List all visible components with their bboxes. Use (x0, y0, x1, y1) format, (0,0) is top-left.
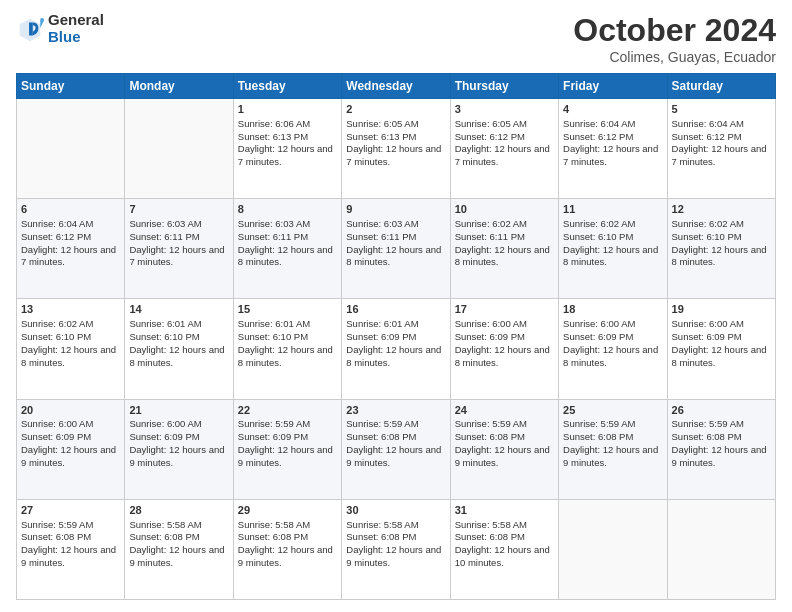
calendar-day-cell: 8Sunrise: 6:03 AMSunset: 6:11 PMDaylight… (233, 199, 341, 299)
day-number: 7 (129, 202, 228, 217)
calendar-day-cell: 25Sunrise: 5:59 AMSunset: 6:08 PMDayligh… (559, 399, 667, 499)
calendar-day-cell: 5Sunrise: 6:04 AMSunset: 6:12 PMDaylight… (667, 99, 775, 199)
calendar-day-cell: 24Sunrise: 5:59 AMSunset: 6:08 PMDayligh… (450, 399, 558, 499)
daylight-text: Daylight: 12 hours and 8 minutes. (563, 244, 662, 270)
sunrise-text: Sunrise: 6:01 AM (346, 318, 445, 331)
calendar-week-row: 20Sunrise: 6:00 AMSunset: 6:09 PMDayligh… (17, 399, 776, 499)
calendar-day-cell: 10Sunrise: 6:02 AMSunset: 6:11 PMDayligh… (450, 199, 558, 299)
calendar-day-header: Saturday (667, 74, 775, 99)
sunrise-text: Sunrise: 6:00 AM (672, 318, 771, 331)
sunrise-text: Sunrise: 6:04 AM (21, 218, 120, 231)
sunset-text: Sunset: 6:09 PM (346, 331, 445, 344)
subtitle: Colimes, Guayas, Ecuador (573, 49, 776, 65)
day-number: 14 (129, 302, 228, 317)
calendar-table: SundayMondayTuesdayWednesdayThursdayFrid… (16, 73, 776, 600)
sunset-text: Sunset: 6:11 PM (129, 231, 228, 244)
day-number: 29 (238, 503, 337, 518)
sunrise-text: Sunrise: 6:01 AM (238, 318, 337, 331)
daylight-text: Daylight: 12 hours and 9 minutes. (238, 544, 337, 570)
sunset-text: Sunset: 6:09 PM (21, 431, 120, 444)
logo-blue: Blue (48, 29, 104, 46)
day-number: 13 (21, 302, 120, 317)
day-number: 23 (346, 403, 445, 418)
day-number: 10 (455, 202, 554, 217)
daylight-text: Daylight: 12 hours and 9 minutes. (455, 444, 554, 470)
calendar-day-cell: 4Sunrise: 6:04 AMSunset: 6:12 PMDaylight… (559, 99, 667, 199)
daylight-text: Daylight: 12 hours and 9 minutes. (129, 444, 228, 470)
daylight-text: Daylight: 12 hours and 8 minutes. (238, 244, 337, 270)
calendar-day-header: Wednesday (342, 74, 450, 99)
daylight-text: Daylight: 12 hours and 8 minutes. (672, 244, 771, 270)
sunrise-text: Sunrise: 6:00 AM (563, 318, 662, 331)
sunset-text: Sunset: 6:08 PM (672, 431, 771, 444)
daylight-text: Daylight: 12 hours and 8 minutes. (672, 344, 771, 370)
day-number: 17 (455, 302, 554, 317)
daylight-text: Daylight: 12 hours and 9 minutes. (21, 544, 120, 570)
sunrise-text: Sunrise: 6:04 AM (563, 118, 662, 131)
calendar-day-cell: 19Sunrise: 6:00 AMSunset: 6:09 PMDayligh… (667, 299, 775, 399)
daylight-text: Daylight: 12 hours and 8 minutes. (346, 244, 445, 270)
day-number: 24 (455, 403, 554, 418)
sunset-text: Sunset: 6:09 PM (563, 331, 662, 344)
sunset-text: Sunset: 6:10 PM (129, 331, 228, 344)
daylight-text: Daylight: 12 hours and 8 minutes. (563, 344, 662, 370)
page: General Blue October 2024 Colimes, Guaya… (0, 0, 792, 612)
calendar-day-cell: 3Sunrise: 6:05 AMSunset: 6:12 PMDaylight… (450, 99, 558, 199)
sunrise-text: Sunrise: 5:59 AM (21, 519, 120, 532)
daylight-text: Daylight: 12 hours and 8 minutes. (455, 344, 554, 370)
logo-general: General (48, 12, 104, 29)
logo-text: General Blue (48, 12, 104, 45)
sunset-text: Sunset: 6:12 PM (672, 131, 771, 144)
day-number: 6 (21, 202, 120, 217)
sunset-text: Sunset: 6:08 PM (21, 531, 120, 544)
sunrise-text: Sunrise: 6:03 AM (129, 218, 228, 231)
sunset-text: Sunset: 6:13 PM (238, 131, 337, 144)
sunrise-text: Sunrise: 6:01 AM (129, 318, 228, 331)
calendar-day-cell: 18Sunrise: 6:00 AMSunset: 6:09 PMDayligh… (559, 299, 667, 399)
day-number: 31 (455, 503, 554, 518)
calendar-day-cell: 6Sunrise: 6:04 AMSunset: 6:12 PMDaylight… (17, 199, 125, 299)
sunset-text: Sunset: 6:10 PM (21, 331, 120, 344)
logo: General Blue (16, 12, 104, 45)
daylight-text: Daylight: 12 hours and 7 minutes. (455, 143, 554, 169)
calendar-day-cell: 16Sunrise: 6:01 AMSunset: 6:09 PMDayligh… (342, 299, 450, 399)
calendar-day-cell: 31Sunrise: 5:58 AMSunset: 6:08 PMDayligh… (450, 499, 558, 599)
sunrise-text: Sunrise: 5:58 AM (455, 519, 554, 532)
sunrise-text: Sunrise: 6:03 AM (346, 218, 445, 231)
sunrise-text: Sunrise: 6:04 AM (672, 118, 771, 131)
daylight-text: Daylight: 12 hours and 7 minutes. (672, 143, 771, 169)
sunrise-text: Sunrise: 5:58 AM (346, 519, 445, 532)
day-number: 28 (129, 503, 228, 518)
sunrise-text: Sunrise: 6:02 AM (563, 218, 662, 231)
sunrise-text: Sunrise: 5:59 AM (238, 418, 337, 431)
calendar-day-cell (559, 499, 667, 599)
calendar-day-header: Thursday (450, 74, 558, 99)
sunrise-text: Sunrise: 6:00 AM (455, 318, 554, 331)
sunset-text: Sunset: 6:09 PM (672, 331, 771, 344)
day-number: 30 (346, 503, 445, 518)
day-number: 11 (563, 202, 662, 217)
daylight-text: Daylight: 12 hours and 9 minutes. (21, 444, 120, 470)
calendar-header-row: SundayMondayTuesdayWednesdayThursdayFrid… (17, 74, 776, 99)
sunset-text: Sunset: 6:09 PM (238, 431, 337, 444)
calendar-day-cell: 30Sunrise: 5:58 AMSunset: 6:08 PMDayligh… (342, 499, 450, 599)
daylight-text: Daylight: 12 hours and 8 minutes. (455, 244, 554, 270)
sunrise-text: Sunrise: 6:00 AM (21, 418, 120, 431)
daylight-text: Daylight: 12 hours and 7 minutes. (346, 143, 445, 169)
sunrise-text: Sunrise: 5:59 AM (563, 418, 662, 431)
calendar-day-cell: 1Sunrise: 6:06 AMSunset: 6:13 PMDaylight… (233, 99, 341, 199)
daylight-text: Daylight: 12 hours and 10 minutes. (455, 544, 554, 570)
sunrise-text: Sunrise: 5:58 AM (129, 519, 228, 532)
calendar-day-header: Friday (559, 74, 667, 99)
day-number: 27 (21, 503, 120, 518)
sunset-text: Sunset: 6:12 PM (563, 131, 662, 144)
calendar-day-cell: 26Sunrise: 5:59 AMSunset: 6:08 PMDayligh… (667, 399, 775, 499)
calendar-day-cell: 9Sunrise: 6:03 AMSunset: 6:11 PMDaylight… (342, 199, 450, 299)
sunset-text: Sunset: 6:08 PM (455, 531, 554, 544)
sunrise-text: Sunrise: 6:05 AM (346, 118, 445, 131)
calendar-week-row: 1Sunrise: 6:06 AMSunset: 6:13 PMDaylight… (17, 99, 776, 199)
calendar-day-cell: 20Sunrise: 6:00 AMSunset: 6:09 PMDayligh… (17, 399, 125, 499)
sunset-text: Sunset: 6:10 PM (672, 231, 771, 244)
header: General Blue October 2024 Colimes, Guaya… (16, 12, 776, 65)
month-title: October 2024 (573, 12, 776, 49)
